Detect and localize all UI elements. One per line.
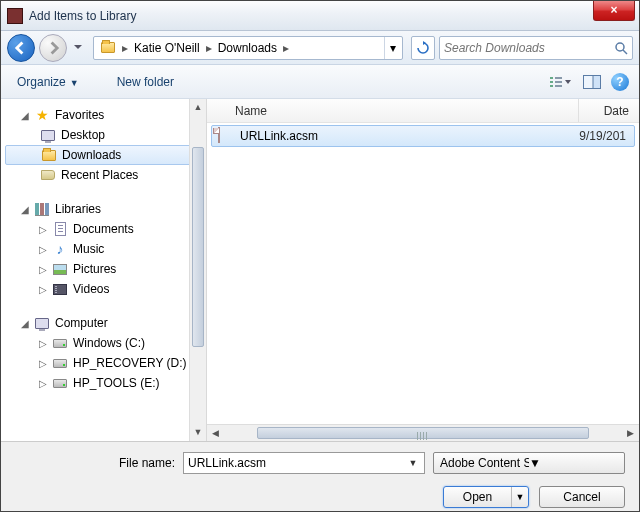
star-icon: ★: [33, 107, 51, 123]
nav-history-dropdown[interactable]: [71, 34, 85, 62]
sidebar-item-documents[interactable]: ▷Documents: [1, 219, 206, 239]
pictures-icon: [51, 261, 69, 277]
svg-rect-6: [555, 81, 562, 83]
computer-group[interactable]: ◢Computer: [1, 313, 206, 333]
title-bar: Add Items to Library ×: [1, 1, 639, 31]
filename-dropdown[interactable]: ▼: [406, 458, 420, 468]
drive-icon: [51, 355, 69, 371]
sidebar-item-drive-d[interactable]: ▷HP_RECOVERY (D:): [1, 353, 206, 373]
libraries-icon: [33, 201, 51, 217]
breadcrumb-bar[interactable]: ▸ Katie O'Neill ▸ Downloads ▸ ▾: [93, 36, 403, 60]
drive-icon: [51, 375, 69, 391]
libraries-group[interactable]: ◢Libraries: [1, 199, 206, 219]
crumb-downloads[interactable]: Downloads: [214, 37, 281, 59]
svg-point-0: [616, 43, 624, 51]
sidebar-item-drive-e[interactable]: ▷HP_TOOLS (E:): [1, 373, 206, 393]
open-split-dropdown[interactable]: ▼: [512, 492, 528, 502]
document-icon: [51, 221, 69, 237]
sidebar-item-recent[interactable]: Recent Places: [1, 165, 206, 185]
back-button[interactable]: [7, 34, 35, 62]
refresh-icon: [416, 41, 430, 55]
favorites-group[interactable]: ◢★Favorites: [1, 105, 206, 125]
file-row[interactable]: URLLink.acsm 9/19/201: [211, 125, 635, 147]
svg-rect-3: [550, 81, 553, 83]
crumb-user[interactable]: Katie O'Neill: [130, 37, 204, 59]
pane-icon: [583, 75, 601, 89]
scrollbar-thumb[interactable]: [192, 147, 204, 347]
scroll-right-icon[interactable]: ▶: [622, 425, 639, 441]
refresh-button[interactable]: [411, 36, 435, 60]
drive-icon: [51, 335, 69, 351]
breadcrumb-dropdown[interactable]: ▾: [384, 37, 400, 59]
toolbar: Organize▼ New folder ?: [1, 65, 639, 99]
arrow-right-icon: [46, 41, 60, 55]
sidebar-item-music[interactable]: ▷♪Music: [1, 239, 206, 259]
column-date[interactable]: Date mo: [579, 99, 639, 122]
window-title: Add Items to Library: [29, 9, 136, 23]
folder-icon: [100, 41, 116, 55]
acsm-file-icon: [218, 128, 234, 144]
scroll-left-icon[interactable]: ◀: [207, 425, 224, 441]
chevron-down-icon: [74, 45, 82, 50]
desktop-icon: [39, 127, 57, 143]
scrollbar-thumb[interactable]: [257, 427, 589, 439]
sidebar-scrollbar[interactable]: ▲ ▼: [189, 99, 206, 441]
footer: File name: ▼ Adobe Content Server Messag…: [1, 441, 639, 512]
arrow-left-icon: [14, 41, 28, 55]
sidebar-item-desktop[interactable]: Desktop: [1, 125, 206, 145]
computer-icon: [33, 315, 51, 331]
sidebar-item-drive-c[interactable]: ▷Windows (C:): [1, 333, 206, 353]
filename-label: File name:: [15, 456, 175, 470]
svg-rect-4: [550, 85, 553, 87]
recent-icon: [39, 167, 57, 183]
view-button[interactable]: [547, 71, 573, 93]
svg-rect-9: [593, 75, 601, 88]
sidebar-item-videos[interactable]: ▷Videos: [1, 279, 206, 299]
scroll-down-icon[interactable]: ▼: [190, 424, 206, 441]
help-button[interactable]: ?: [611, 73, 629, 91]
crumb-sep[interactable]: ▸: [120, 41, 130, 55]
cancel-button[interactable]: Cancel: [539, 486, 625, 508]
app-icon: [7, 8, 23, 24]
music-icon: ♪: [51, 241, 69, 257]
sidebar-item-pictures[interactable]: ▷Pictures: [1, 259, 206, 279]
open-button[interactable]: Open ▼: [443, 486, 529, 508]
filename-input[interactable]: [188, 456, 406, 470]
scroll-up-icon[interactable]: ▲: [190, 99, 206, 116]
folder-icon: [40, 147, 58, 163]
organize-button[interactable]: Organize▼: [15, 72, 81, 92]
file-list-pane: Name Date mo URLLink.acsm 9/19/201 ◀ ▶: [207, 99, 639, 441]
preview-pane-button[interactable]: [579, 71, 605, 93]
sidebar-item-downloads[interactable]: Downloads: [5, 145, 202, 165]
videos-icon: [51, 281, 69, 297]
close-button[interactable]: ×: [593, 1, 635, 21]
filter-dropdown-icon: ▼: [529, 456, 618, 470]
filename-combo[interactable]: ▼: [183, 452, 425, 474]
search-box[interactable]: [439, 36, 633, 60]
svg-rect-2: [550, 77, 553, 79]
column-headers: Name Date mo: [207, 99, 639, 123]
svg-line-1: [623, 50, 627, 54]
search-icon: [614, 41, 628, 55]
file-name: URLLink.acsm: [240, 129, 574, 143]
view-icon: [549, 75, 571, 89]
new-folder-button[interactable]: New folder: [115, 72, 176, 92]
search-input[interactable]: [444, 41, 614, 55]
file-list[interactable]: URLLink.acsm 9/19/201: [207, 123, 639, 424]
horizontal-scrollbar[interactable]: ◀ ▶: [207, 424, 639, 441]
svg-rect-7: [555, 85, 562, 87]
navigation-pane: ◢★Favorites Desktop Downloads Recent Pla…: [1, 99, 207, 441]
file-type-filter[interactable]: Adobe Content Server Message ▼: [433, 452, 625, 474]
filter-label: Adobe Content Server Message: [440, 456, 529, 470]
crumb-sep[interactable]: ▸: [281, 41, 291, 55]
crumb-sep[interactable]: ▸: [204, 41, 214, 55]
nav-bar: ▸ Katie O'Neill ▸ Downloads ▸ ▾: [1, 31, 639, 65]
file-date: 9/19/201: [574, 129, 634, 143]
svg-rect-5: [555, 77, 562, 79]
column-name[interactable]: Name: [207, 99, 579, 122]
forward-button: [39, 34, 67, 62]
